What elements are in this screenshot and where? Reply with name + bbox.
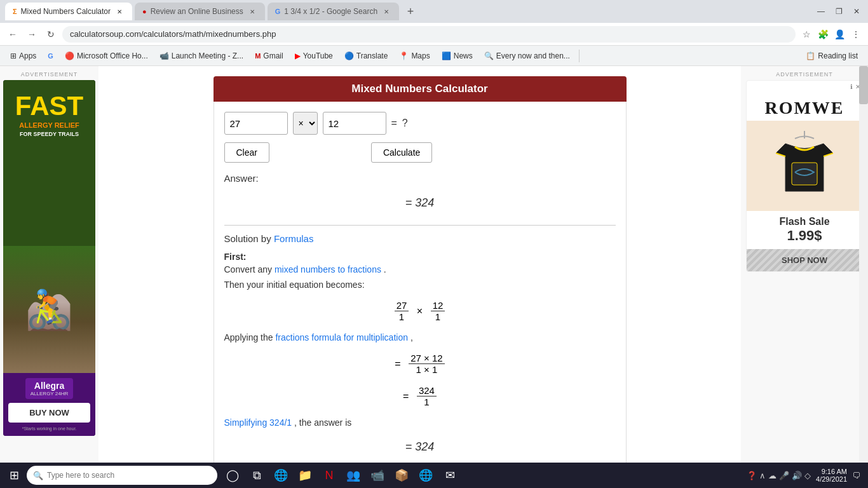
applying-formula-block: Applying the fractions formula for multi…	[224, 332, 616, 407]
taskbar-dropbox-icon[interactable]: ◇	[804, 471, 811, 480]
number-input-2[interactable]	[323, 112, 386, 135]
simplify-link[interactable]: Simplifying 324/1	[224, 417, 292, 428]
tab-1[interactable]: Σ Mixed Numbers Calculator ✕	[5, 3, 132, 20]
bookmark-google[interactable]: G	[43, 50, 58, 62]
forward-button[interactable]: →	[24, 27, 39, 42]
flash-sale-label: Flash Sale	[752, 216, 858, 227]
tab-3[interactable]: G 1 3/4 x 1/2 - Google Search ✕	[268, 3, 399, 20]
browser-content: ADVERTISEMENT FAST ALLERGY RELIEF FOR SP…	[0, 66, 868, 463]
taskbar-cloud-icon[interactable]: ☁	[768, 471, 776, 480]
taskbar-netflix-icon[interactable]: N	[318, 464, 341, 487]
tab-2[interactable]: ● Review an Online Business ✕	[135, 3, 265, 20]
fraction-2: 12 1	[431, 300, 445, 322]
taskbar-mic-icon[interactable]: 🎤	[779, 471, 789, 480]
shop-now-button[interactable]: SHOP NOW	[747, 249, 863, 271]
taskbar-search-bar[interactable]: 🔍	[27, 466, 217, 485]
scroll-track[interactable]	[859, 66, 868, 463]
minimize-button[interactable]: —	[815, 5, 827, 18]
formulas-link[interactable]: Formulas	[274, 233, 314, 244]
taskbar-notification-icon[interactable]: 🗨	[852, 471, 860, 480]
number-input-1[interactable]	[224, 112, 288, 135]
new-tab-button[interactable]: +	[402, 3, 419, 20]
ad-trails-text: FOR SPEEDY TRAILS	[20, 131, 79, 137]
operator-select[interactable]: × + - ÷	[293, 112, 318, 135]
taskbar-right-section: ❓ ∧ ☁ 🎤 🔊 ◇ 9:16 AM 4/29/2021 🗨	[747, 468, 865, 483]
romwe-ad-top: ℹ ✕	[747, 81, 863, 93]
gmail-icon: M	[255, 52, 261, 60]
clock-date: 4/29/2021	[816, 475, 847, 483]
reload-button[interactable]: ↻	[43, 27, 58, 42]
tab-1-favicon: Σ	[13, 8, 17, 15]
ad-buy-button[interactable]: BUY NOW	[8, 403, 90, 423]
taskbar-search-input[interactable]	[47, 471, 211, 480]
bookmark-office[interactable]: 🔴 Microsoft Office Ho...	[60, 50, 153, 62]
close-button[interactable]: ✕	[850, 5, 863, 18]
back-button[interactable]: ←	[5, 27, 20, 42]
fraction-1-den: 1	[397, 311, 406, 322]
final-answer: = 324	[224, 433, 616, 461]
solution-header: Solution by Formulas	[224, 233, 616, 244]
ad-info-icon[interactable]: ℹ	[850, 83, 853, 90]
taskbar-teams-icon[interactable]: 👥	[342, 464, 365, 487]
clear-button[interactable]: Clear	[224, 142, 269, 163]
calculate-button[interactable]: Calculate	[371, 142, 432, 163]
google-icon: G	[48, 52, 53, 60]
convert-text: Convert any	[224, 264, 275, 274]
maximize-button[interactable]: ❐	[832, 5, 845, 18]
menu-icon[interactable]: ⋮	[849, 27, 863, 41]
taskbar-chevron-icon[interactable]: ∧	[759, 471, 766, 480]
profile-icon[interactable]: 👤	[832, 27, 846, 41]
tab-1-close[interactable]: ✕	[114, 6, 125, 17]
bookmark-apps[interactable]: ⊞ Apps	[5, 50, 41, 62]
bookmark-star-icon[interactable]: ☆	[799, 27, 813, 41]
taskbar-cortana-icon[interactable]: ◯	[221, 464, 244, 487]
taskbar-explorer-icon[interactable]: 📁	[294, 464, 316, 487]
bookmark-zoom[interactable]: 📹 Launch Meeting - Z...	[154, 50, 248, 62]
taskbar-box-icon[interactable]: 📦	[390, 464, 413, 487]
start-button[interactable]: ⊞	[3, 464, 25, 487]
taskbar-chrome-icon[interactable]: 🌐	[269, 464, 292, 487]
taskbar-help-icon[interactable]: ❓	[747, 471, 757, 480]
formula-link[interactable]: fractions formula for multiplication	[275, 332, 408, 342]
tab-2-label: Review an Online Business	[151, 7, 243, 16]
scroll-thumb[interactable]	[859, 66, 868, 104]
answer-result: = 324	[224, 189, 616, 217]
ad-fast-text: FAST	[15, 93, 83, 119]
right-advertisement: ADVERTISEMENT ℹ ✕ ROMWE	[741, 66, 868, 463]
equals-sign: =	[391, 118, 397, 129]
bookmark-news[interactable]: 🟦 News	[437, 50, 478, 62]
taskbar-zoom-icon[interactable]: 📹	[366, 464, 389, 487]
bookmarks-bar: ⊞ Apps G 🔴 Microsoft Office Ho... 📹 Laun…	[0, 46, 868, 66]
tab-1-label: Mixed Numbers Calculator	[21, 7, 111, 16]
taskbar-pinned-icons: ◯ ⧉ 🌐 📁 N 👥 📹 📦 🌐 ✉	[221, 464, 461, 487]
reading-list[interactable]: 📋 Reading list	[801, 50, 863, 62]
taskbar-mail-icon[interactable]: ✉	[438, 464, 461, 487]
bookmark-maps[interactable]: 📍 Maps	[394, 50, 435, 62]
bookmark-gmail[interactable]: M Gmail	[250, 50, 288, 62]
bookmark-maps-label: Maps	[411, 51, 430, 60]
taskbar-taskview-icon[interactable]: ⧉	[245, 464, 268, 487]
bookmark-other[interactable]: 🔍 Every now and then...	[479, 50, 575, 62]
tab-3-close[interactable]: ✕	[381, 6, 391, 17]
bookmark-translate[interactable]: 🔵 Translate	[339, 50, 393, 62]
tab-3-label: 1 3/4 x 1/2 - Google Search	[284, 7, 377, 16]
reading-list-label: Reading list	[818, 51, 858, 60]
left-advertisement: ADVERTISEMENT FAST ALLERGY RELIEF FOR SP…	[0, 66, 98, 463]
ad-top-section: FAST ALLERGY RELIEF FOR SPEEDY TRAILS	[3, 80, 95, 246]
result-fraction-1: 27 × 12 1 × 1	[409, 353, 444, 375]
taskbar-volume-icon[interactable]: 🔊	[792, 471, 802, 480]
simplify-suffix: , the answer is	[294, 417, 351, 428]
tab-2-close[interactable]: ✕	[247, 6, 257, 17]
answer-section: Answer: = 324	[224, 173, 616, 217]
taskbar-chrome2-icon[interactable]: 🌐	[414, 464, 437, 487]
url-input[interactable]	[62, 26, 796, 43]
step-first-text2: Then your initial equation becomes:	[224, 280, 616, 290]
bookmark-youtube[interactable]: ▶ YouTube	[290, 50, 338, 62]
mixed-numbers-link[interactable]: mixed numbers to fractions	[275, 264, 381, 274]
fraction-1: 27 1	[395, 300, 409, 322]
applying-text: Applying the fractions formula for multi…	[224, 332, 616, 342]
extension-icon[interactable]: 🧩	[816, 27, 830, 41]
taskbar-clock[interactable]: 9:16 AM 4/29/2021	[816, 468, 847, 483]
tshirt-display	[747, 121, 863, 211]
reading-list-icon: 📋	[806, 51, 815, 60]
